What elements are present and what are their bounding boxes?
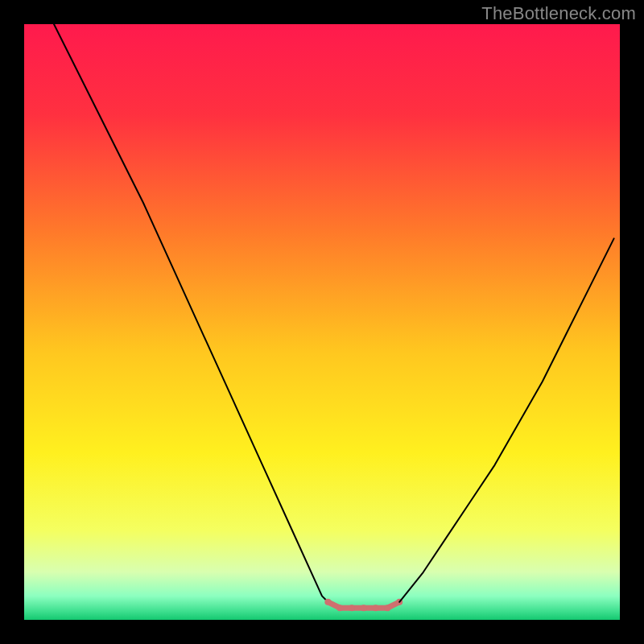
watermark-text: TheBottleneck.com	[481, 3, 636, 24]
chart-svg	[24, 24, 620, 620]
flat-bottom-node	[336, 605, 343, 611]
flat-bottom-node	[361, 605, 367, 611]
flat-bottom-node	[373, 605, 379, 611]
flat-bottom-node	[349, 605, 355, 611]
flat-bottom-node	[384, 605, 390, 611]
gradient-background	[24, 24, 620, 620]
chart-plot-area	[24, 24, 620, 620]
flat-bottom-node	[324, 599, 331, 605]
chart-frame: TheBottleneck.com	[0, 0, 644, 644]
